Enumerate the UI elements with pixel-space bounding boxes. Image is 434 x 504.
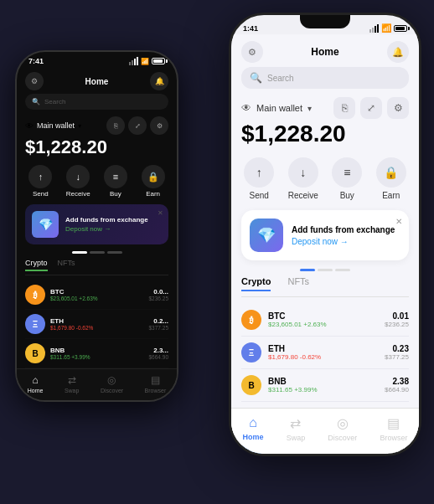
dark-send-button[interactable]: ↑ Send — [25, 165, 56, 198]
light-buy-button[interactable]: ≡ Buy — [329, 157, 365, 200]
btc-usd: $236.25 — [149, 296, 169, 301]
dark-receive-button[interactable]: ↓ Receive — [63, 165, 94, 198]
dark-search-placeholder: Search — [44, 98, 65, 105]
dark-action-buttons: ↑ Send ↓ Receive ≡ Buy 🔒 Earn — [25, 165, 168, 198]
dark-time: 7:41 — [28, 57, 44, 65]
light-promo-link[interactable]: Deposit now → — [292, 237, 400, 246]
light-tab-crypto[interactable]: Crypto — [241, 276, 271, 291]
dark-earn-button[interactable]: 🔒 Earn — [137, 165, 168, 198]
list-item[interactable]: ₿ BTC $23,605.01 +2.63% 0.01 $236.25 — [241, 304, 409, 337]
bnb-value: 2.3... $664.90 — [149, 347, 169, 360]
btc-sub: $23,605.01 +2.63% — [50, 296, 144, 301]
light-eye-icon[interactable]: 👁 — [241, 102, 251, 114]
dark-promo-banner: 💎 Add funds from exchange Deposit now → … — [25, 204, 168, 244]
dark-promo-text: Add funds from exchange Deposit now → — [65, 216, 162, 233]
light-bnb-name: BNB — [268, 377, 378, 386]
eth-name: ETH — [50, 317, 144, 325]
dark-promo-close[interactable]: ✕ — [158, 209, 163, 217]
phones-container: 7:41 📶 ⚙ Home 🔔 🔍 — [0, 0, 434, 504]
light-send-button[interactable]: ↑ Send — [241, 157, 277, 200]
list-item[interactable]: B BNB $311.65 +3.99% 2.3... $664.90 — [25, 339, 168, 368]
light-earn-button[interactable]: 🔒 Earn — [374, 157, 410, 200]
light-tab-nfts[interactable]: NFTs — [287, 276, 309, 291]
dark-search-icon: 🔍 — [32, 98, 40, 105]
dark-tab-crypto[interactable]: Crypto — [25, 259, 48, 271]
light-title: Home — [263, 46, 387, 58]
dark-wallet-label: Main wallet — [37, 121, 75, 130]
light-browser-label: Browser — [380, 434, 407, 442]
light-nav-swap[interactable]: ⇄ Swap — [287, 415, 306, 442]
dark-copy-icon[interactable]: ⎘ — [106, 116, 125, 135]
bnb-sub: $311.65 +3.99% — [50, 354, 144, 360]
light-promo-text: Add funds from exchange Deposit now → — [292, 225, 400, 246]
dark-menu-icon[interactable]: ⚙ — [150, 116, 168, 135]
light-nav-home[interactable]: ⌂ Home — [243, 415, 264, 442]
light-copy-icon[interactable]: ⎘ — [333, 97, 355, 119]
dark-tab-nfts[interactable]: NFTs — [58, 259, 75, 271]
light-eth-value: 0.23 $377.25 — [385, 344, 409, 361]
dark-earn-label: Earn — [146, 190, 160, 198]
dark-discover-icon: ◎ — [107, 374, 116, 386]
dark-buy-button[interactable]: ≡ Buy — [101, 165, 132, 198]
dark-promo-link[interactable]: Deposit now → — [65, 225, 162, 233]
dark-nav-swap[interactable]: ⇄ Swap — [65, 374, 80, 393]
light-swap-label: Swap — [287, 434, 306, 442]
light-pill-1 — [300, 269, 315, 271]
dark-header: ⚙ Home 🔔 — [25, 67, 168, 94]
list-item[interactable]: Ξ ETH $1,679.80 -0.62% 0.23 $377.25 — [241, 337, 409, 369]
dark-home-icon: ⌂ — [32, 374, 38, 386]
dark-search-bar[interactable]: 🔍 Search — [25, 94, 168, 110]
light-wifi-icon: 📶 — [381, 23, 391, 33]
dark-wallet-section: 👁 Main wallet ▾ ⎘ ⤢ ⚙ — [25, 116, 168, 135]
light-menu-icon[interactable]: ⚙ — [387, 97, 409, 119]
dark-swap-icon: ⇄ — [68, 374, 76, 386]
dark-nav-home[interactable]: ⌂ Home — [28, 374, 44, 393]
light-bnb-icon: B — [241, 375, 261, 395]
light-nav-discover[interactable]: ◎ Discover — [328, 415, 357, 442]
light-btc-icon: ₿ — [241, 310, 261, 330]
dark-swap-label: Swap — [65, 388, 80, 393]
light-notification-icon[interactable]: 🔔 — [387, 41, 409, 63]
bnb-amount: 2.3... — [149, 347, 169, 354]
dark-pill-1 — [72, 251, 87, 254]
eth-sub: $1,679.80 -0.62% — [50, 325, 144, 331]
light-pill-2 — [318, 269, 333, 271]
light-phone: 1:41 📶 ⚙ Home 🔔 🔍 — [229, 13, 421, 456]
dark-pill-3 — [107, 251, 122, 254]
dark-settings-icon[interactable]: ⚙ — [25, 72, 44, 90]
btc-amount: 0.0... — [149, 288, 169, 296]
light-nav-browser[interactable]: ▤ Browser — [380, 415, 407, 442]
light-signal-icon — [369, 24, 379, 33]
light-eth-sub: $1,679.80 -0.62% — [268, 353, 378, 361]
light-wallet-label: Main wallet — [256, 103, 302, 113]
light-btc-info: BTC $23,605.01 +2.63% — [268, 311, 378, 328]
light-buy-label: Buy — [340, 191, 354, 200]
dark-nav-browser[interactable]: ▤ Browser — [145, 374, 167, 393]
light-swap-icon: ⇄ — [290, 415, 301, 431]
list-item[interactable]: Ξ ETH $1,679.80 -0.62% 0.2... $377.25 — [25, 310, 168, 339]
light-promo-title: Add funds from exchange — [292, 225, 400, 234]
dark-wallet-chevron[interactable]: ▾ — [78, 122, 81, 130]
light-btc-amount: 0.01 — [385, 311, 409, 321]
light-promo-close[interactable]: ✕ — [395, 217, 402, 226]
dark-expand-icon[interactable]: ⤢ — [128, 116, 147, 135]
dark-eye-icon[interactable]: 👁 — [25, 121, 34, 131]
dark-notification-icon[interactable]: 🔔 — [150, 72, 168, 90]
dark-signal-icon — [129, 57, 138, 65]
light-earn-label: Earn — [382, 191, 400, 200]
light-search-bar[interactable]: 🔍 Search — [241, 67, 409, 89]
light-bottom-nav: ⌂ Home ⇄ Swap ◎ Discover ▤ Browser — [231, 408, 419, 454]
list-item[interactable]: ₿ BTC $23,605.01 +2.63% 0.0... $236.25 — [25, 280, 168, 310]
light-settings-icon[interactable]: ⚙ — [241, 41, 263, 63]
light-send-label: Send — [250, 191, 269, 200]
dark-receive-label: Receive — [66, 190, 90, 198]
light-eth-icon: Ξ — [241, 342, 261, 363]
light-receive-button[interactable]: ↓ Receive — [286, 157, 322, 200]
light-wallet-chevron[interactable]: ▾ — [307, 104, 312, 113]
dark-buy-label: Buy — [110, 190, 121, 198]
light-pill-indicators — [241, 269, 409, 271]
light-expand-icon[interactable]: ⤢ — [360, 97, 382, 119]
list-item[interactable]: B BNB $311.65 +3.99% 2.38 $664.90 — [241, 369, 409, 402]
dark-send-label: Send — [33, 190, 49, 198]
dark-nav-discover[interactable]: ◎ Discover — [101, 374, 123, 393]
